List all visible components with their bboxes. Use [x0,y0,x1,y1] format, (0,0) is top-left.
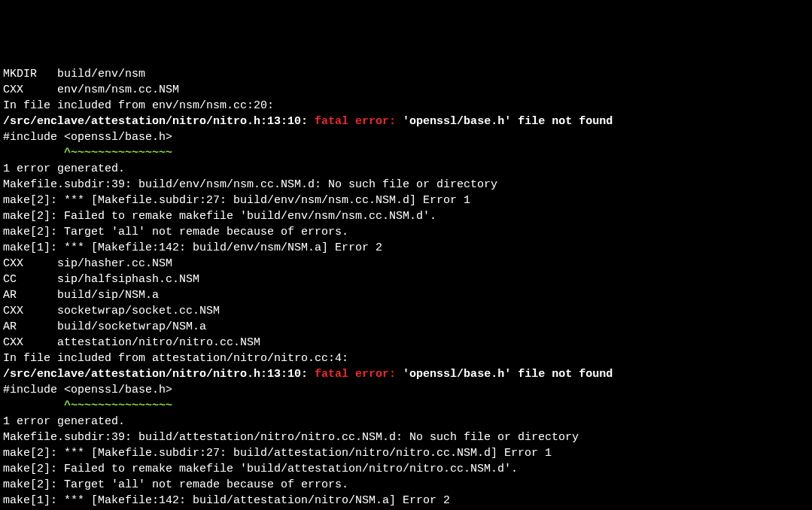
terminal-line: AR build/socketwrap/NSM.a [3,319,809,335]
terminal-line: CC sip/halfsiphash.c.NSM [3,272,809,287]
terminal-line: make[1]: *** [Makefile:142: build/env/ns… [3,240,809,256]
terminal-segment: make[2]: Target 'all' not remade because… [3,478,348,491]
terminal-segment: #include <openssl/base.h> [3,131,172,144]
terminal-line: MKDIR build/env/nsm [3,66,809,82]
terminal-line: make[1]: *** [Makefile:142: build/attest… [3,493,809,508]
terminal-segment: make[2]: *** [Makefile.subdir:27: build/… [3,447,552,460]
terminal-segment: make[2]: *** [Makefile.subdir:27: build/… [3,194,470,207]
terminal-line: make[2]: *** [Makefile.subdir:27: build/… [3,445,809,461]
terminal-segment: In file included from attestation/nitro/… [3,352,348,365]
terminal-segment: CXX socketwrap/socket.cc.NSM [3,305,220,317]
terminal-line: make[2]: Target 'all' not remade because… [3,224,809,240]
terminal-line: #include <openssl/base.h> [3,129,809,145]
terminal-segment: fatal error: [315,115,403,128]
terminal-line: CXX env/nsm/nsm.cc.NSM [3,82,809,98]
terminal-segment: 'openssl/base.h' file not found [403,115,613,128]
terminal-line: ^~~~~~~~~~~~~~~~ [3,398,809,414]
terminal-segment: CXX env/nsm/nsm.cc.NSM [3,83,179,96]
terminal-segment: AR build/socketwrap/NSM.a [3,320,206,333]
terminal-segment: Makefile.subdir:39: build/env/nsm/nsm.cc… [3,178,497,191]
terminal-segment: MKDIR build/env/nsm [3,68,145,80]
terminal-segment: make[1]: *** [Makefile:142: build/env/ns… [3,241,382,254]
terminal-line: CXX socketwrap/socket.cc.NSM [3,303,809,319]
terminal-segment: /src/enclave/attestation/nitro/nitro.h:1… [3,368,315,381]
terminal-segment: AR build/sip/NSM.a [3,289,159,302]
terminal-segment: CXX attestation/nitro/nitro.cc.NSM [3,336,260,349]
terminal-line: #include <openssl/base.h> [3,382,809,398]
terminal-line: In file included from env/nsm/nsm.cc:20: [3,98,809,114]
terminal-line: /src/enclave/attestation/nitro/nitro.h:1… [3,366,809,382]
terminal-segment: ^~~~~~~~~~~~~~~~ [3,147,172,159]
terminal-segment: CXX sip/hasher.cc.NSM [3,257,172,270]
terminal-line: ^~~~~~~~~~~~~~~~ [3,145,809,161]
terminal-line: make[2]: Failed to remake makefile 'buil… [3,461,809,477]
terminal-segment: Makefile.subdir:39: build/attestation/ni… [3,431,579,444]
terminal-segment: make[1]: *** [Makefile:142: build/attest… [3,494,450,507]
terminal-line: CXX sip/hasher.cc.NSM [3,256,809,272]
terminal-segment: 1 error generated. [3,415,125,428]
terminal-segment: make[2]: Failed to remake makefile 'buil… [3,210,436,223]
terminal-segment: ^~~~~~~~~~~~~~~~ [3,399,172,412]
terminal-segment: In file included from env/nsm/nsm.cc:20: [3,99,274,112]
terminal-line: 1 error generated. [3,161,809,177]
terminal-line: 1 error generated. [3,414,809,430]
terminal-segment: fatal error: [315,368,403,381]
terminal-segment: make[2]: Target 'all' not remade because… [3,226,348,238]
terminal-line: CXX attestation/nitro/nitro.cc.NSM [3,335,809,351]
terminal-line: make[2]: Failed to remake makefile 'buil… [3,208,809,224]
terminal-line: make[2]: Target 'all' not remade because… [3,477,809,493]
terminal-segment: 'openssl/base.h' file not found [403,368,613,381]
terminal-line: In file included from attestation/nitro/… [3,351,809,366]
terminal-output: MKDIR build/env/nsmCXX env/nsm/nsm.cc.NS… [3,66,809,510]
terminal-segment: /src/enclave/attestation/nitro/nitro.h:1… [3,115,315,128]
terminal-segment: #include <openssl/base.h> [3,384,172,396]
terminal-line: Makefile.subdir:39: build/attestation/ni… [3,430,809,445]
terminal-line: AR build/sip/NSM.a [3,287,809,303]
terminal-segment: 1 error generated. [3,162,125,175]
terminal-line: Makefile.subdir:39: build/env/nsm/nsm.cc… [3,177,809,193]
terminal-segment: make[2]: Failed to remake makefile 'buil… [3,463,518,475]
terminal-line: /src/enclave/attestation/nitro/nitro.h:1… [3,114,809,129]
terminal-line: make[2]: *** [Makefile.subdir:27: build/… [3,193,809,208]
terminal-segment: CC sip/halfsiphash.c.NSM [3,273,199,286]
